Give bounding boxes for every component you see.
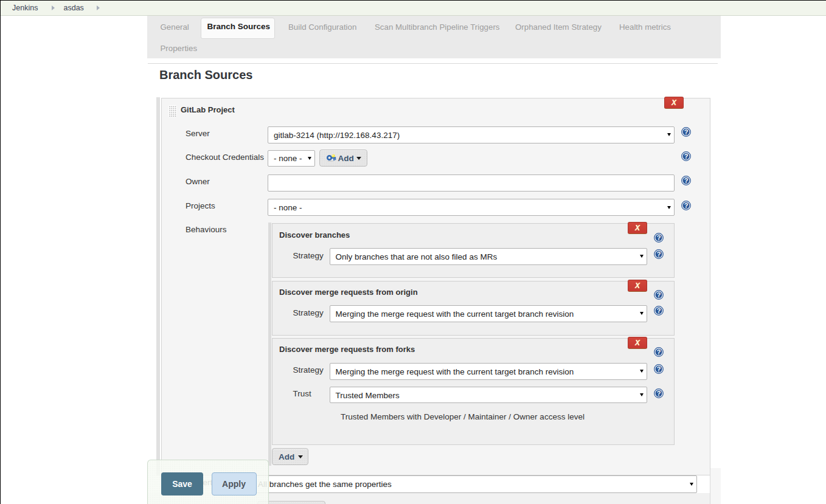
svg-text:?: ?	[657, 307, 661, 314]
svg-text:?: ?	[657, 365, 661, 373]
svg-text:?: ?	[657, 234, 661, 241]
svg-text:?: ?	[657, 390, 661, 397]
svg-text:?: ?	[684, 177, 689, 184]
svg-text:?: ?	[684, 153, 689, 160]
svg-text:?: ?	[684, 128, 689, 136]
svg-text:?: ?	[657, 291, 661, 299]
svg-text:?: ?	[684, 202, 689, 209]
svg-text:?: ?	[657, 250, 661, 258]
svg-text:?: ?	[657, 348, 661, 356]
